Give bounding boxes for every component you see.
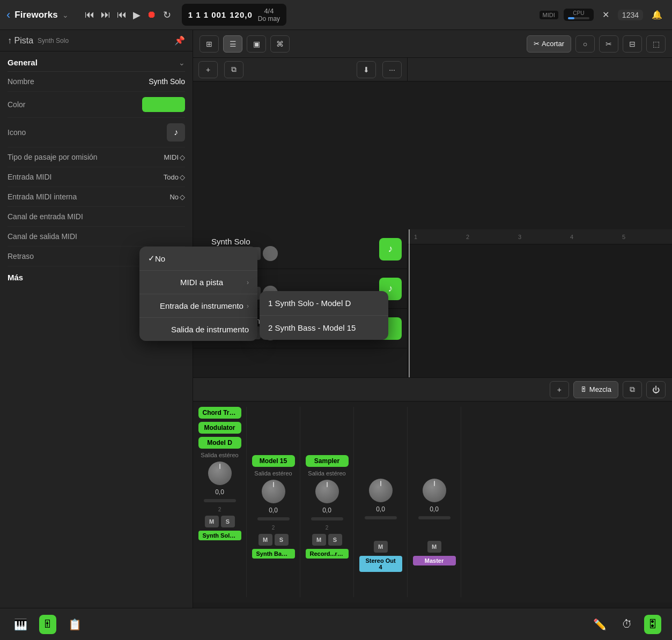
browser-icon-button[interactable]: 📋 bbox=[65, 615, 85, 634]
channel-label: Master bbox=[413, 556, 456, 565]
ms-row: M S bbox=[205, 516, 235, 527]
general-section: General ⌄ Nombre Synth Solo Color Icono … bbox=[0, 51, 193, 266]
volume-knob[interactable] bbox=[369, 479, 393, 502]
eq-icon-button[interactable]: 🎛 bbox=[644, 615, 661, 634]
mute-button[interactable]: M bbox=[312, 534, 326, 546]
list-view-button[interactable]: ☰ bbox=[223, 35, 242, 53]
close-icon-btn[interactable]: ✕ bbox=[599, 8, 612, 22]
mixer-copy-button[interactable]: ⧉ bbox=[623, 381, 642, 398]
canal-salida-label: Canal de salida MIDI bbox=[8, 232, 77, 241]
ms-row: M bbox=[374, 541, 388, 553]
volume-knob[interactable] bbox=[208, 462, 232, 485]
timeline-area: 1 2 3 4 5 bbox=[408, 229, 672, 377]
more-options-button[interactable]: ··· bbox=[382, 61, 402, 78]
transport-controls: ⏮ ⏭ ⏮ ▶ ⏺ ↻ bbox=[85, 9, 171, 21]
ms-row: M bbox=[427, 541, 441, 553]
solo-button[interactable]: S bbox=[221, 516, 235, 527]
volume-knob[interactable] bbox=[315, 480, 339, 503]
loop-button[interactable]: ↻ bbox=[163, 9, 171, 21]
volume-knob[interactable] bbox=[262, 480, 285, 503]
pista-name-block: Synth Solo bbox=[38, 37, 170, 44]
snap-button[interactable]: ⊟ bbox=[623, 35, 642, 53]
record-button[interactable]: ⏺ bbox=[147, 9, 157, 20]
dropdown-item-entrada-instrumento[interactable]: Entrada de instrumento › bbox=[139, 294, 257, 318]
model-15-plugin[interactable]: Model 15 bbox=[252, 455, 295, 467]
entrada-midi-interna-value[interactable]: No ◇ bbox=[169, 193, 185, 201]
pin-button[interactable]: 📌 bbox=[174, 35, 185, 46]
dropdown-item-midi-pista[interactable]: MIDI a pista › bbox=[139, 271, 257, 294]
canal-salida-row: Canal de salida MIDI bbox=[8, 227, 185, 247]
submenu-item-label: 1 Synth Solo - Model D bbox=[268, 299, 351, 308]
mute-button[interactable]: M bbox=[374, 541, 388, 553]
solo-button[interactable]: S bbox=[275, 534, 289, 546]
mixer-channel: 0,0 M Stereo Out 4 bbox=[354, 407, 408, 597]
piano-icon-button[interactable]: 🎹 bbox=[11, 615, 31, 634]
solo-button[interactable]: S bbox=[328, 534, 342, 546]
add-channel-button[interactable]: + bbox=[550, 381, 569, 398]
download-track-button[interactable]: ⬇ bbox=[357, 61, 376, 78]
acortar-button[interactable]: ✂ Acortar bbox=[527, 35, 571, 53]
pista-up-button[interactable]: ↑ Pista bbox=[8, 36, 33, 46]
listen-button[interactable]: ○ bbox=[575, 35, 595, 53]
rewind-button[interactable]: ⏮ bbox=[85, 9, 94, 20]
duplicate-track-button[interactable]: ⧉ bbox=[224, 61, 243, 78]
skip-back-button[interactable]: ⏮ bbox=[117, 9, 127, 20]
midi-label: MIDI bbox=[540, 11, 558, 19]
back-button[interactable]: ‹ bbox=[6, 8, 10, 22]
color-swatch[interactable] bbox=[142, 97, 185, 112]
timeline-header-right bbox=[408, 58, 672, 81]
ms-row: M S bbox=[312, 534, 342, 546]
mixer-channel: Model 15 Salida estéreo 0,0 2 M S Synth … bbox=[247, 407, 300, 597]
mezcla-icon: 🎚 bbox=[580, 385, 587, 393]
submenu: 1 Synth Solo - Model D 2 Synth Bass - Mo… bbox=[260, 291, 388, 340]
model-d-plugin[interactable]: Model D bbox=[198, 437, 241, 449]
vol-bar bbox=[418, 516, 451, 519]
dropdown-item-salida-instrumento[interactable]: Salida de instrumento 1 Synth Solo - Mod… bbox=[139, 318, 257, 341]
mixer-icon-button[interactable]: 🎚 bbox=[39, 615, 56, 634]
submenu-item-synth-solo[interactable]: 1 Synth Solo - Model D bbox=[260, 291, 388, 316]
fast-forward-button[interactable]: ⏭ bbox=[101, 9, 110, 20]
submenu-item-synth-bass[interactable]: 2 Synth Bass - Model 15 bbox=[260, 316, 388, 340]
mixer-power-button[interactable]: ⏻ bbox=[646, 381, 666, 398]
mixer-area: Chord Trigger Modulator Model D Salida e… bbox=[193, 401, 672, 602]
chevron-right-icon: › bbox=[247, 302, 249, 310]
entrada-midi-interna-row: Entrada MIDI interna No ◇ bbox=[8, 187, 185, 207]
num-label: 2 bbox=[272, 525, 275, 531]
dropdown-menu: ✓ No MIDI a pista › Entrada de instrumen… bbox=[139, 247, 257, 341]
tipo-value[interactable]: MIDI ◇ bbox=[164, 153, 185, 161]
mute-button[interactable]: M bbox=[205, 516, 219, 527]
add-track-button[interactable]: + bbox=[198, 61, 218, 78]
modulator-plugin[interactable]: Modulator bbox=[198, 422, 241, 434]
more-title: Más bbox=[8, 273, 23, 282]
loop-select-button[interactable]: ⬚ bbox=[646, 35, 666, 53]
mezcla-button[interactable]: 🎚 Mezcla bbox=[573, 381, 618, 398]
track-icon[interactable]: ♪ bbox=[379, 238, 402, 261]
bell-icon-btn[interactable]: 🔔 bbox=[648, 8, 666, 22]
clock-icon-button[interactable]: ⏱ bbox=[618, 615, 636, 634]
sampler-plugin[interactable]: Sampler bbox=[306, 455, 349, 467]
key-view-button[interactable]: ⌘ bbox=[270, 35, 290, 53]
volume-knob[interactable] bbox=[423, 479, 446, 502]
entrada-midi-value[interactable]: Todo ◇ bbox=[164, 173, 185, 181]
collapse-button[interactable]: ⌄ bbox=[179, 58, 185, 67]
dropdown-item-no[interactable]: ✓ No bbox=[139, 247, 257, 271]
grid-view-button[interactable]: ⊞ bbox=[200, 35, 219, 53]
window-view-button[interactable]: ▣ bbox=[247, 35, 266, 53]
retraso-label: Retraso bbox=[8, 252, 34, 261]
channel-label: Synth Bass 2 bbox=[252, 549, 295, 559]
play-button[interactable]: ▶ bbox=[133, 9, 141, 21]
stereo-label: Salida estéreo bbox=[254, 470, 292, 477]
num-label: 2 bbox=[326, 525, 329, 531]
pencil-icon-button[interactable]: ✏️ bbox=[590, 615, 610, 634]
top-bar-left: ‹ Fireworks ⌄ bbox=[6, 8, 69, 22]
cut-tool-button[interactable]: ✂ bbox=[599, 35, 618, 53]
vol-bar bbox=[365, 516, 397, 519]
check-icon: ✓ bbox=[148, 254, 155, 263]
volume-knob[interactable] bbox=[263, 246, 278, 261]
mute-button[interactable]: M bbox=[259, 534, 272, 546]
mute-button[interactable]: M bbox=[427, 541, 441, 553]
mixer-toolbar: + 🎚 Mezcla ⧉ ⏻ bbox=[193, 378, 672, 401]
icon-swatch[interactable]: ♪ bbox=[167, 123, 185, 142]
chord-trigger-plugin[interactable]: Chord Trigger bbox=[198, 407, 241, 419]
mixer-channel: Sampler Salida estéreo 0,0 2 M S Record.… bbox=[300, 407, 354, 597]
